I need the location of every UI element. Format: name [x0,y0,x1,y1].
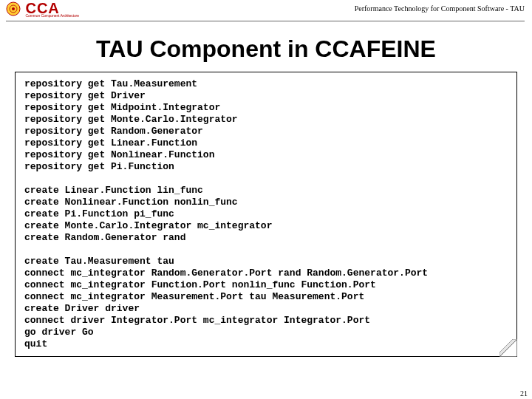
code-box: repository get Tau.Measurement repositor… [15,72,517,357]
logo-subtitle: Common Component Architecture [25,13,78,18]
logo-main: CCA [25,3,78,13]
header-right-text: Performance Technology for Component Sof… [355,4,525,13]
logo-icon [6,1,21,19]
slide: CCA Common Component Architecture Perfor… [0,0,532,399]
header-rule [6,21,525,21]
header: CCA Common Component Architecture Perfor… [0,0,532,24]
code-block-1: repository get Tau.Measurement repositor… [24,78,508,173]
code-gap [24,173,508,185]
logo: CCA Common Component Architecture [6,1,79,19]
dogear-icon [499,339,517,357]
code-gap [24,244,508,256]
logo-text: CCA Common Component Architecture [25,3,78,18]
code-block-2: create Linear.Function lin_func create N… [24,185,508,244]
page-number: 21 [520,389,528,398]
slide-title: TAU Component in CCAFEINE [0,35,532,63]
code-block-3: create Tau.Measurement tau connect mc_in… [24,256,508,350]
svg-point-2 [12,7,15,10]
